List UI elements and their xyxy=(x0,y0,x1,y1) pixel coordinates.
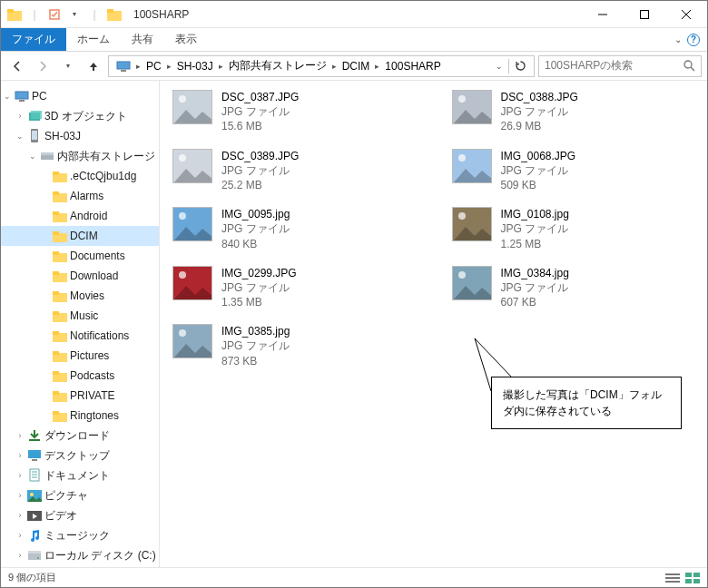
tab-view[interactable]: 表示 xyxy=(164,28,208,51)
qat-dropdown-icon[interactable]: ▾ xyxy=(66,6,83,23)
svg-point-65 xyxy=(179,154,186,162)
chevron-right-icon[interactable]: › xyxy=(14,471,26,480)
tree-node-android[interactable]: Android xyxy=(1,206,159,226)
nav-tree[interactable]: ⌄PC›3D オブジェクト⌄SH-03J⌄内部共有ストレージ.eCtcQjbu1… xyxy=(1,81,160,567)
file-item[interactable]: DSC_0388.JPGJPG ファイル26.9 MB xyxy=(452,90,695,134)
chevron-right-icon[interactable]: › xyxy=(14,531,26,540)
file-type: JPG ファイル xyxy=(501,163,576,178)
tree-node-download[interactable]: Download xyxy=(1,266,159,286)
tree-node-movies[interactable]: Movies xyxy=(1,286,159,306)
breadcrumb-seg[interactable]: DCIM xyxy=(339,60,374,73)
tree-node--[interactable]: ›ミュージック xyxy=(1,525,159,545)
breadcrumb-seg[interactable]: SH-03J xyxy=(173,60,217,73)
tree-node-pc[interactable]: ⌄PC xyxy=(1,86,159,106)
file-item[interactable]: IMG_0299.JPGJPG ファイル1.35 MB xyxy=(172,266,416,310)
file-item[interactable]: IMG_0385.jpgJPG ファイル873 KB xyxy=(172,324,416,368)
chevron-right-icon[interactable]: ▸ xyxy=(330,62,339,71)
tree-label: Android xyxy=(70,210,107,222)
file-item[interactable]: IMG_0384.jpgJPG ファイル607 KB xyxy=(452,266,695,310)
chevron-right-icon[interactable]: › xyxy=(14,491,26,500)
tree-node-pictures[interactable]: Pictures xyxy=(1,346,159,366)
divider-icon: | xyxy=(26,6,43,23)
up-button[interactable] xyxy=(83,55,104,77)
tree-node-music[interactable]: Music xyxy=(1,306,159,326)
svg-rect-22 xyxy=(53,172,59,175)
svg-rect-13 xyxy=(15,92,28,99)
file-item[interactable]: IMG_0068.JPGJPG ファイル509 KB xyxy=(452,149,695,193)
svg-rect-10 xyxy=(121,70,126,72)
tree-node-3d-[interactable]: ›3D オブジェクト xyxy=(1,106,159,126)
tree-label: ピクチャ xyxy=(44,488,88,504)
minimize-button[interactable] xyxy=(582,1,624,28)
file-item[interactable]: IMG_0108.jpgJPG ファイル1.25 MB xyxy=(452,207,695,251)
breadcrumb-seg[interactable]: PC xyxy=(143,60,165,73)
refresh-icon[interactable] xyxy=(511,60,530,72)
file-name: IMG_0384.jpg xyxy=(501,266,569,280)
chevron-right-icon[interactable]: ▸ xyxy=(134,62,143,71)
chevron-down-icon[interactable]: ⌄ xyxy=(14,132,26,141)
back-button[interactable] xyxy=(6,55,28,77)
chevron-right-icon[interactable]: › xyxy=(14,511,26,520)
tree-node-ringtones[interactable]: Ringtones xyxy=(1,406,159,426)
address-bar[interactable]: ▸ PC ▸ SH-03J ▸ 内部共有ストレージ ▸ DCIM ▸ 100SH… xyxy=(108,55,535,77)
file-item[interactable]: DSC_0387.JPGJPG ファイル15.6 MB xyxy=(172,90,416,134)
tree-label: Podcasts xyxy=(70,369,114,382)
tree-node--c-[interactable]: ›ローカル ディスク (C:) xyxy=(1,545,159,565)
tree-node--[interactable]: ›ドキュメント xyxy=(1,466,159,485)
chevron-right-icon[interactable]: ▸ xyxy=(373,62,381,71)
chevron-right-icon[interactable]: › xyxy=(14,551,26,560)
ribbon-expand-icon[interactable]: ⌄ xyxy=(674,34,682,44)
breadcrumb-seg[interactable]: 内部共有ストレージ xyxy=(225,58,330,74)
tree-node--[interactable]: ⌄内部共有ストレージ xyxy=(1,146,159,166)
details-view-icon[interactable] xyxy=(665,573,680,583)
folder-icon xyxy=(52,368,68,383)
help-icon[interactable]: ? xyxy=(687,34,700,46)
tab-home[interactable]: ホーム xyxy=(66,28,121,51)
content-pane[interactable]: DSC_0387.JPGJPG ファイル15.6 MBDSC_0388.JPGJ… xyxy=(160,81,707,567)
chevron-right-icon[interactable]: › xyxy=(14,431,26,440)
tree-node-notifications[interactable]: Notifications xyxy=(1,326,159,346)
svg-rect-47 xyxy=(29,439,40,441)
chevron-right-icon[interactable]: ▸ xyxy=(217,62,225,71)
search-input[interactable]: 100SHARPの検索 xyxy=(538,55,702,77)
file-name: IMG_0068.JPG xyxy=(501,149,576,163)
file-item[interactable]: DSC_0389.JPGJPG ファイル25.2 MB xyxy=(172,149,416,193)
tree-node--[interactable]: ›デスクトップ xyxy=(1,446,159,466)
file-item[interactable]: IMG_0095.jpgJPG ファイル840 KB xyxy=(172,207,416,251)
tree-node-alarms[interactable]: Alarms xyxy=(1,186,159,206)
search-icon[interactable] xyxy=(683,60,695,72)
forward-button[interactable] xyxy=(32,55,54,77)
downloads-icon xyxy=(26,428,43,443)
breadcrumb-seg[interactable]: 100SHARP xyxy=(381,60,444,73)
tab-share[interactable]: 共有 xyxy=(121,28,164,51)
chevron-down-icon[interactable]: ⌄ xyxy=(26,152,39,161)
tree-node-dcim[interactable]: DCIM xyxy=(1,226,159,246)
chevron-right-icon[interactable]: › xyxy=(14,112,26,121)
svg-rect-20 xyxy=(41,152,54,155)
file-size: 25.2 MB xyxy=(221,178,299,192)
maximize-button[interactable] xyxy=(624,1,665,28)
chevron-right-icon[interactable]: ▸ xyxy=(165,62,173,71)
svg-point-11 xyxy=(684,61,692,68)
close-button[interactable] xyxy=(665,1,707,28)
address-dropdown-icon[interactable]: ⌄ xyxy=(492,62,506,71)
chevron-down-icon[interactable]: ⌄ xyxy=(1,92,14,101)
tree-node-private[interactable]: PRIVATE xyxy=(1,386,159,406)
properties-icon[interactable] xyxy=(46,6,63,23)
svg-rect-48 xyxy=(28,450,41,458)
tree-node-sh-03j[interactable]: ⌄SH-03J xyxy=(1,126,159,146)
icons-view-icon[interactable] xyxy=(685,573,700,583)
tree-node--[interactable]: ›ピクチャ xyxy=(1,485,159,505)
tree-node--ectcqjbu1dg[interactable]: .eCtcQjbu1dg xyxy=(1,166,159,186)
file-size: 1.25 MB xyxy=(501,237,569,251)
tree-label: .eCtcQjbu1dg xyxy=(70,170,136,182)
chevron-right-icon[interactable]: › xyxy=(14,451,26,460)
tree-node-documents[interactable]: Documents xyxy=(1,246,159,266)
disk-icon xyxy=(26,548,43,563)
tree-node--[interactable]: ›ビデオ xyxy=(1,505,159,525)
tab-file[interactable]: ファイル xyxy=(1,28,66,51)
tree-node--[interactable]: ›ダウンロード xyxy=(1,426,159,446)
folder-icon xyxy=(52,269,68,283)
tree-node-podcasts[interactable]: Podcasts xyxy=(1,366,159,386)
recent-dropdown-icon[interactable]: ▾ xyxy=(57,55,79,77)
